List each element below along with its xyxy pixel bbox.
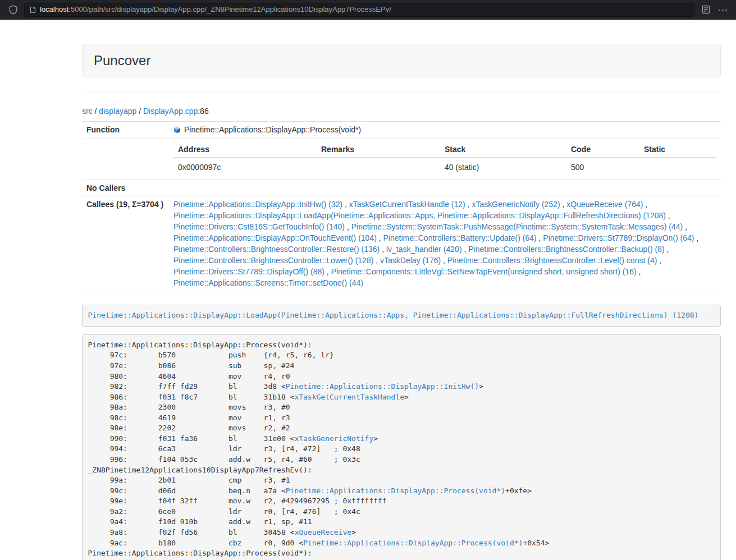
asm-symbol-link[interactable]: xTaskGetCurrentTaskHandle bbox=[294, 393, 404, 401]
asm-symbol-link[interactable]: xQueueReceive bbox=[294, 528, 351, 536]
function-symbol-icon bbox=[173, 125, 181, 136]
function-table: Function Pinetime::Applications::Display… bbox=[82, 121, 721, 291]
no-callers-label: No Callers bbox=[82, 180, 169, 196]
breadcrumb: src / displayapp / DisplayApp.cpp:86 bbox=[82, 105, 721, 117]
asm-symbol-link[interactable]: Pinetime::Applications::DisplayApp::Proc… bbox=[303, 539, 523, 547]
callee-link[interactable]: Pinetime::Drivers::St7789::DisplayOff() … bbox=[173, 267, 324, 276]
function-row: Function Pinetime::Applications::Display… bbox=[82, 122, 721, 139]
callee-link[interactable]: Pinetime::Controllers::BrightnessControl… bbox=[468, 245, 664, 254]
stats-table: AddressRemarksStackCodeStatic 0x0000097c… bbox=[173, 141, 716, 177]
callee-link[interactable]: Pinetime::Applications::DisplayApp::OnTo… bbox=[173, 233, 377, 242]
menu-dots-icon[interactable]: ⋯ bbox=[717, 3, 729, 16]
url-path: :5000/path/src/displayapp/DisplayApp.cpp… bbox=[68, 5, 391, 13]
callee-link[interactable]: lv_task_handler (420) bbox=[386, 245, 462, 254]
stats-header-cell: Remarks bbox=[317, 141, 440, 158]
stats-row: AddressRemarksStackCodeStatic 0x0000097c… bbox=[82, 139, 721, 180]
callee-link[interactable]: Pinetime::Drivers::Cst816S::GetTouchInfo… bbox=[173, 222, 345, 231]
callees-label: Callees (19, Σ=3704 ) bbox=[82, 196, 169, 291]
app-header: Puncover bbox=[82, 44, 721, 77]
callee-link[interactable]: vTaskDelay (176) bbox=[380, 256, 441, 265]
callee-link[interactable]: xTaskGenericNotify (252) bbox=[472, 200, 560, 209]
stats-header-cell: Stack bbox=[440, 141, 566, 158]
callee-link[interactable]: xTaskGetCurrentTaskHandle (12) bbox=[349, 200, 465, 209]
function-name-cell: Pinetime::Applications::DisplayApp::Proc… bbox=[169, 122, 721, 139]
callee-link[interactable]: Pinetime::Applications::DisplayApp::Init… bbox=[173, 200, 342, 209]
stats-value-cell: 500 bbox=[566, 158, 639, 177]
stats-cell: AddressRemarksStackCodeStatic 0x0000097c… bbox=[169, 139, 721, 180]
callees-row: Callees (19, Σ=3704 ) Pinetime::Applicat… bbox=[82, 196, 721, 291]
callee-link[interactable]: Pinetime::Controllers::BrightnessControl… bbox=[173, 245, 380, 254]
page-content: Puncover src / displayapp / DisplayApp.c… bbox=[0, 20, 736, 560]
url-bar[interactable]: localhost:5000/path/src/displayapp/Displ… bbox=[24, 3, 694, 17]
callee-link[interactable]: Pinetime::Drivers::St7789::DisplayOn() (… bbox=[543, 233, 694, 242]
stats-value-row: 0x0000097c40 (static)500 bbox=[173, 158, 716, 177]
callee-link[interactable]: Pinetime::System::SystemTask::PushMessag… bbox=[351, 222, 683, 231]
stats-value-cell bbox=[639, 158, 716, 177]
disassembly: Pinetime::Applications::DisplayApp::Proc… bbox=[82, 334, 721, 560]
callee-link[interactable]: Pinetime::Controllers::BrightnessControl… bbox=[173, 256, 373, 265]
url-text: localhost:5000/path/src/displayapp/Displ… bbox=[40, 4, 391, 15]
callee-link[interactable]: Pinetime::Controllers::Battery::Update()… bbox=[383, 233, 537, 242]
stats-header-cell: Static bbox=[639, 141, 716, 158]
function-name: Pinetime::Applications::DisplayApp::Proc… bbox=[184, 125, 361, 134]
callees-cell: Pinetime::Applications::DisplayApp::Init… bbox=[169, 196, 721, 291]
page-title: Puncover bbox=[94, 51, 709, 70]
source-snippet-link[interactable]: Pinetime::Applications::DisplayApp::Load… bbox=[88, 311, 699, 319]
no-callers-row: No Callers bbox=[82, 180, 721, 196]
stats-value-cell: 0x0000097c bbox=[173, 158, 317, 177]
asm-symbol-link[interactable]: Pinetime::Applications::DisplayApp::Proc… bbox=[286, 486, 505, 495]
breadcrumb-link[interactable]: displayapp bbox=[99, 107, 136, 116]
stats-row-spacer bbox=[82, 139, 169, 180]
function-label: Function bbox=[82, 122, 169, 139]
url-host: localhost bbox=[40, 5, 68, 13]
stats-header-cell: Address bbox=[173, 141, 317, 158]
callee-link[interactable]: Pinetime::Components::LittleVgl::SetNewT… bbox=[331, 267, 637, 276]
no-callers-cell bbox=[169, 180, 721, 196]
caller-snippet: Pinetime::Applications::DisplayApp::Load… bbox=[82, 305, 721, 327]
callee-link[interactable]: Pinetime::Applications::DisplayApp::Load… bbox=[173, 211, 666, 220]
breadcrumb-link[interactable]: src bbox=[82, 107, 93, 116]
asm-symbol-link[interactable]: Pinetime::Applications::DisplayApp::Init… bbox=[286, 382, 479, 391]
page-icon bbox=[30, 6, 36, 13]
stats-value-cell bbox=[317, 158, 440, 177]
stats-value-cell: 40 (static) bbox=[440, 158, 566, 177]
stats-header-row: AddressRemarksStackCodeStatic bbox=[173, 141, 716, 158]
callee-link[interactable]: Pinetime::Applications::Screens::Timer::… bbox=[173, 278, 363, 287]
asm-symbol-link[interactable]: xTaskGenericNotify bbox=[294, 434, 373, 443]
breadcrumb-link[interactable]: DisplayApp.cpp bbox=[143, 107, 198, 116]
divider bbox=[82, 91, 721, 91]
callee-link[interactable]: xQueueReceive (764) bbox=[566, 200, 643, 209]
shield-icon[interactable] bbox=[7, 3, 19, 16]
browser-chrome: localhost:5000/path/src/displayapp/Displ… bbox=[0, 0, 736, 20]
stats-header-cell: Code bbox=[566, 141, 639, 158]
callee-link[interactable]: Pinetime::Controllers::BrightnessControl… bbox=[447, 256, 657, 265]
reader-view-icon[interactable] bbox=[700, 3, 712, 16]
